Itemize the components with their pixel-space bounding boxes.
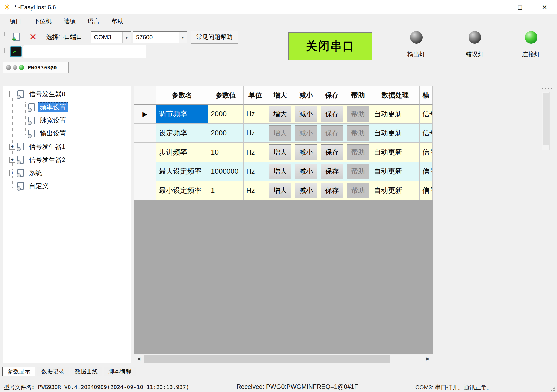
scroll-left-icon[interactable]: ◀: [134, 354, 144, 363]
cell-param-value[interactable]: 2000: [208, 124, 244, 143]
horizontal-scrollbar[interactable]: ◀ ▶: [134, 354, 433, 363]
toolbar-grip[interactable]: [4, 32, 5, 41]
device-icon: [17, 90, 24, 98]
tree-item-custom[interactable]: 自定义: [3, 179, 131, 192]
chevron-down-icon[interactable]: ▾: [122, 32, 131, 43]
row-selector[interactable]: [134, 181, 156, 200]
cell-param-value[interactable]: 1000000: [208, 162, 244, 181]
scrollbar-thumb[interactable]: [144, 355, 390, 363]
tab-data-curve[interactable]: 数据曲线: [70, 367, 102, 376]
cell-increase: 增大: [267, 105, 293, 124]
save-button[interactable]: 保存: [321, 106, 343, 122]
column-header-data-process[interactable]: 数据处理: [371, 86, 420, 105]
row-selector[interactable]: [134, 162, 156, 181]
toolbar-textbox[interactable]: [23, 45, 146, 58]
column-header-decrease[interactable]: 减小: [293, 86, 319, 105]
cell-param-name[interactable]: 最小设定频率: [156, 181, 208, 200]
save-button[interactable]: 保存: [321, 183, 343, 198]
cell-param-value[interactable]: 10: [208, 143, 244, 162]
device-tree: − 信号发生器0 频率设置 脉宽设置 输出设置 + 信号发生器1: [3, 88, 131, 192]
decrease-button[interactable]: 减小: [295, 164, 317, 179]
tree-item-output-settings[interactable]: 输出设置: [3, 127, 131, 140]
tab-data-record[interactable]: 数据记录: [37, 367, 69, 376]
column-header-save[interactable]: 保存: [319, 86, 345, 105]
scrollbar-track[interactable]: [144, 354, 423, 363]
column-header-param-name[interactable]: 参数名: [156, 86, 208, 105]
cell-data-process[interactable]: 自动更新: [371, 105, 420, 124]
column-header-extra[interactable]: 模: [420, 86, 433, 105]
parameter-grid: 参数名 参数值 单位 增大 减小 保存 帮助 数据处理 模 ▶ 调节频率 200…: [134, 86, 433, 363]
increase-button[interactable]: 增大: [269, 106, 291, 122]
select-port-button[interactable]: 选择串口端口: [43, 31, 85, 44]
app-window: ☀ * -EasyHost 6.6 – □ ✕ 项目 下位机 选项 语言 帮助 …: [0, 0, 557, 392]
increase-button[interactable]: 增大: [269, 183, 291, 198]
tree-item-generator1[interactable]: + 信号发生器1: [3, 140, 131, 153]
cell-param-name[interactable]: 调节频率: [156, 105, 208, 124]
menu-project[interactable]: 项目: [4, 14, 28, 28]
close-button[interactable]: ✕: [532, 0, 557, 14]
menu-options[interactable]: 选项: [58, 14, 82, 28]
cell-param-value[interactable]: 2000: [208, 105, 244, 124]
cell-data-process[interactable]: 自动更新: [371, 124, 420, 143]
baud-select[interactable]: 57600 ▾: [133, 31, 187, 43]
device-tree-panel: − 信号发生器0 频率设置 脉宽设置 输出设置 + 信号发生器1: [3, 86, 131, 363]
menu-help[interactable]: 帮助: [106, 14, 130, 28]
decrease-button[interactable]: 减小: [295, 183, 317, 198]
column-header-unit[interactable]: 单位: [244, 86, 267, 105]
expand-icon[interactable]: +: [9, 170, 15, 176]
save-button[interactable]: 保存: [321, 164, 343, 179]
column-header-param-value[interactable]: 参数值: [208, 86, 244, 105]
tree-item-pulsewidth-settings[interactable]: 脉宽设置: [3, 114, 131, 127]
tab-parameter-display[interactable]: 参数显示: [2, 367, 35, 376]
resize-grip-icon[interactable]: [551, 386, 555, 391]
cell-param-value[interactable]: 1: [208, 181, 244, 200]
expand-icon[interactable]: +: [9, 157, 15, 163]
chevron-down-icon[interactable]: ▾: [179, 32, 187, 43]
grid-row: 最大设定频率 1000000 Hz 增大 减小 保存 帮助 自动更新 信号: [134, 162, 433, 181]
cell-param-name[interactable]: 设定频率: [156, 124, 208, 143]
cell-param-name[interactable]: 最大设定频率: [156, 162, 208, 181]
terminal-button[interactable]: >_: [10, 46, 22, 57]
device-tab[interactable]: PWG930R@0: [3, 62, 69, 73]
toolbar-grip[interactable]: [4, 48, 5, 57]
tree-item-generator0[interactable]: − 信号发生器0: [3, 88, 131, 101]
vertical-scrollbar[interactable]: [542, 92, 550, 150]
row-selector[interactable]: [134, 143, 156, 162]
port-select[interactable]: COM3 ▾: [91, 31, 131, 43]
collapse-icon[interactable]: −: [9, 91, 15, 97]
port-value: COM3: [91, 34, 122, 41]
tab-script-programming[interactable]: 脚本编程: [104, 367, 136, 376]
tree-item-generator2[interactable]: + 信号发生器2: [3, 153, 131, 166]
menu-device[interactable]: 下位机: [28, 14, 58, 28]
decrease-button[interactable]: 减小: [295, 106, 317, 122]
column-header-increase[interactable]: 增大: [267, 86, 293, 105]
maximize-button[interactable]: □: [508, 0, 532, 14]
new-project-button[interactable]: +: [10, 30, 23, 44]
expand-icon[interactable]: +: [9, 144, 15, 150]
increase-button[interactable]: 增大: [269, 144, 291, 160]
row-selector[interactable]: ▶: [134, 105, 156, 124]
minimize-button[interactable]: –: [483, 0, 508, 14]
scroll-right-icon[interactable]: ▶: [423, 354, 433, 363]
vertical-scrollbar-thumb[interactable]: [543, 93, 549, 145]
cell-data-process[interactable]: 自动更新: [371, 143, 420, 162]
cell-unit: Hz: [244, 181, 267, 200]
cell-param-name[interactable]: 步进频率: [156, 143, 208, 162]
close-serial-button[interactable]: 关闭串口: [288, 32, 372, 60]
row-selector[interactable]: [134, 124, 156, 143]
tree-item-system[interactable]: + 系统: [3, 166, 131, 179]
cell-data-process[interactable]: 自动更新: [371, 181, 420, 200]
cell-data-process[interactable]: 自动更新: [371, 162, 420, 181]
panel-grip-dots[interactable]: [541, 87, 553, 90]
faq-help-button[interactable]: 常见问题帮助: [191, 31, 238, 44]
tree-item-label: 自定义: [27, 181, 51, 191]
decrease-button[interactable]: 减小: [295, 144, 317, 160]
tree-item-frequency-settings[interactable]: 频率设置: [3, 101, 131, 114]
tree-item-label: 输出设置: [38, 128, 68, 139]
save-button[interactable]: 保存: [321, 144, 343, 160]
increase-button[interactable]: 增大: [269, 164, 291, 179]
column-header-help[interactable]: 帮助: [345, 86, 371, 105]
delete-button[interactable]: ✕: [26, 30, 40, 44]
help-button-disabled: 帮助: [347, 164, 369, 179]
menu-language[interactable]: 语言: [82, 14, 106, 28]
